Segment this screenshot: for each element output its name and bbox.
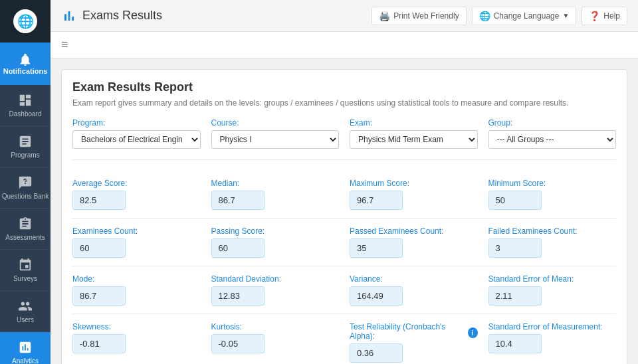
info-icon[interactable]: i [468, 327, 478, 338]
stat-min-score: Minimum Score: 50 [488, 179, 617, 210]
std-error-mean-label: Standard Error of Mean: [488, 274, 617, 284]
kurtosis-label: Kurtosis: [211, 322, 340, 331]
variance-label: Variance: [350, 274, 478, 284]
programs-label: Programs [11, 151, 39, 159]
max-score-value: 96.7 [350, 191, 403, 210]
notifications-label: Notifications [3, 67, 48, 75]
stat-max-score: Maximum Score: 96.7 [350, 179, 478, 210]
header-actions: 🖨️ Print Web Friendly 🌐 Change Language … [372, 7, 627, 25]
passed-count-label: Passed Examinees Count: [350, 227, 478, 236]
std-dev-label: Standard Deviation: [211, 274, 340, 284]
exam-filter: Exam: Physics Mid Term Exam [350, 118, 478, 149]
passing-score-value: 60 [211, 238, 265, 258]
page-title: Exams Results [82, 9, 162, 23]
mode-value: 86.7 [72, 286, 126, 306]
stats-section-3: Mode: 86.7 Standard Deviation: 12.83 Var… [72, 266, 616, 314]
sidebar-item-analytics[interactable]: Analytics [0, 332, 51, 364]
surveys-label: Surveys [13, 275, 37, 282]
sidebar-item-users[interactable]: Users [0, 291, 51, 332]
users-label: Users [17, 316, 34, 323]
sidebar-item-questions-bank[interactable]: Questions Bank [0, 167, 51, 209]
stat-examinees-count: Examinees Count: 60 [72, 227, 201, 258]
group-label: Group: [488, 118, 617, 128]
program-filter: Program: Bachelors of Electrical Engin [72, 118, 201, 149]
sidebar: 🌐 Notifications Dashboard Programs Quest… [0, 0, 51, 364]
median-value: 86.7 [211, 191, 265, 210]
help-label: Help [603, 11, 620, 21]
min-score-value: 50 [488, 191, 542, 210]
help-button[interactable]: ❓ Help [582, 7, 627, 25]
exam-select[interactable]: Physics Mid Term Exam [350, 130, 478, 149]
max-score-label: Maximum Score: [350, 179, 478, 188]
stats-section-1: Average Score: 82.5 Median: 86.7 Maximum… [72, 171, 616, 219]
qbank-icon [18, 175, 33, 190]
program-select[interactable]: Bachelors of Electrical Engin [72, 130, 201, 149]
report-title: Exam Results Report [72, 80, 616, 94]
std-dev-value: 12.83 [211, 286, 265, 306]
stat-variance: Variance: 164.49 [350, 274, 478, 306]
stat-failed-count: Failed Examinees Count: 3 [488, 227, 617, 258]
group-select[interactable]: --- All Groups --- [488, 130, 617, 149]
stat-test-reliability: Test Reliability (Cronbach's Alpha): i 0… [350, 322, 478, 363]
sidebar-item-dashboard[interactable]: Dashboard [0, 85, 51, 126]
assessments-icon [18, 217, 33, 231]
stats-row-2: Examinees Count: 60 Passing Score: 60 Pa… [72, 227, 616, 258]
print-icon: 🖨️ [379, 11, 390, 21]
exam-label: Exam: [350, 118, 478, 128]
course-select[interactable]: Physics I [211, 130, 340, 149]
language-label: Change Language [494, 11, 560, 21]
stats-section-2: Examinees Count: 60 Passing Score: 60 Pa… [72, 219, 616, 266]
sidebar-item-notifications[interactable]: Notifications [0, 43, 51, 85]
avg-score-label: Average Score: [72, 179, 201, 188]
questions-bank-label: Questions Bank [2, 193, 49, 200]
header: Exams Results 🖨️ Print Web Friendly 🌐 Ch… [51, 0, 638, 32]
test-reliability-label: Test Reliability (Cronbach's Alpha): [350, 322, 465, 341]
std-error-mean-value: 2.11 [488, 286, 542, 306]
surveys-icon [18, 258, 33, 272]
failed-count-label: Failed Examinees Count: [488, 227, 617, 236]
report-description: Exam report gives summary and details on… [72, 98, 616, 108]
kurtosis-value: -0.05 [211, 334, 265, 353]
passing-score-label: Passing Score: [211, 227, 340, 236]
hamburger-icon: ≡ [61, 38, 68, 51]
help-icon: ❓ [589, 11, 600, 21]
sidebar-logo: 🌐 [0, 0, 51, 43]
filters-row: Program: Bachelors of Electrical Engin C… [72, 118, 616, 160]
programs-icon [18, 134, 33, 149]
course-filter: Course: Physics I [211, 118, 340, 149]
chevron-down-icon: ▼ [562, 12, 569, 19]
stat-passed-count: Passed Examinees Count: 35 [350, 227, 478, 258]
course-label: Course: [211, 118, 340, 128]
median-label: Median: [211, 179, 340, 188]
report-card: Exam Results Report Exam report gives su… [61, 69, 627, 364]
stats-row-4: Skewness: -0.81 Kurtosis: -0.05 Test Rel… [72, 322, 616, 363]
hamburger-button[interactable]: ≡ [58, 35, 71, 54]
sidebar-item-surveys[interactable]: Surveys [0, 250, 51, 291]
group-filter: Group: --- All Groups --- [488, 118, 617, 149]
print-button[interactable]: 🖨️ Print Web Friendly [372, 7, 466, 25]
stat-std-dev: Standard Deviation: 12.83 [211, 274, 340, 306]
stats-row-1: Average Score: 82.5 Median: 86.7 Maximum… [72, 179, 616, 210]
mode-label: Mode: [72, 274, 201, 284]
print-label: Print Web Friendly [393, 11, 459, 21]
analytics-icon [18, 340, 33, 355]
stat-kurtosis: Kurtosis: -0.05 [211, 322, 340, 363]
skewness-value: -0.81 [72, 334, 126, 353]
sidebar-item-assessments[interactable]: Assessments [0, 209, 51, 250]
header-title-area: Exams Results [61, 8, 162, 24]
passed-count-value: 35 [350, 238, 403, 258]
examinees-count-label: Examinees Count: [72, 227, 201, 236]
language-icon: 🌐 [479, 11, 490, 21]
skewness-label: Skewness: [72, 322, 201, 331]
test-reliability-label-row: Test Reliability (Cronbach's Alpha): i [350, 322, 478, 343]
sidebar-item-programs[interactable]: Programs [0, 126, 51, 167]
examinees-count-value: 60 [72, 238, 126, 258]
variance-value: 164.49 [350, 286, 403, 306]
users-icon [18, 299, 33, 314]
language-button[interactable]: 🌐 Change Language ▼ [472, 7, 577, 25]
stat-skewness: Skewness: -0.81 [72, 322, 201, 363]
bar-chart-icon [61, 8, 77, 24]
bell-icon [18, 52, 33, 67]
program-label: Program: [72, 118, 201, 128]
min-score-label: Minimum Score: [488, 179, 617, 188]
